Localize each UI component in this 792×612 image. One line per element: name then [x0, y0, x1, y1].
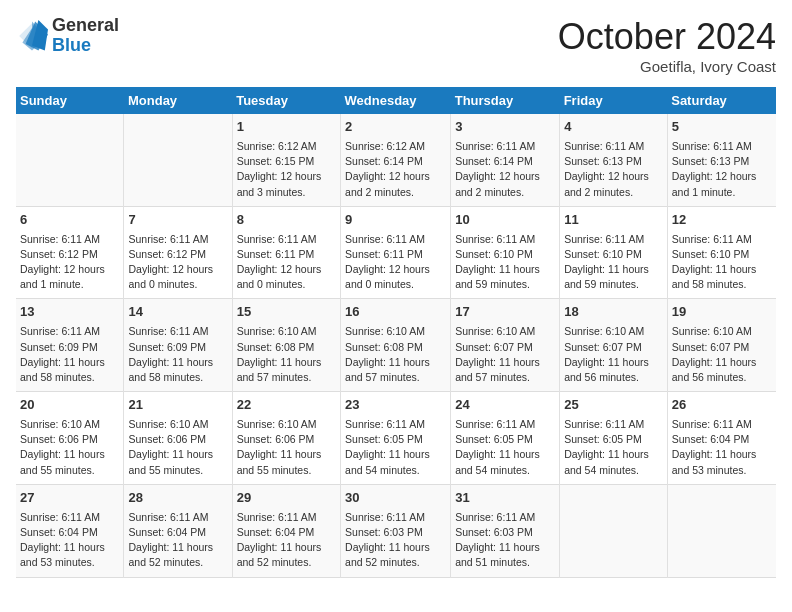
day-number: 29 — [237, 489, 336, 508]
calendar-cell: 9Sunrise: 6:11 AM Sunset: 6:11 PM Daylig… — [341, 206, 451, 299]
cell-info: Sunrise: 6:11 AM Sunset: 6:13 PM Dayligh… — [564, 139, 663, 200]
day-number: 1 — [237, 118, 336, 137]
calendar-cell: 17Sunrise: 6:10 AM Sunset: 6:07 PM Dayli… — [451, 299, 560, 392]
column-header-saturday: Saturday — [667, 87, 776, 114]
day-number: 8 — [237, 211, 336, 230]
column-header-sunday: Sunday — [16, 87, 124, 114]
calendar-cell: 18Sunrise: 6:10 AM Sunset: 6:07 PM Dayli… — [560, 299, 668, 392]
logo-general: General — [52, 15, 119, 35]
week-row-3: 13Sunrise: 6:11 AM Sunset: 6:09 PM Dayli… — [16, 299, 776, 392]
calendar-cell — [560, 484, 668, 577]
cell-info: Sunrise: 6:12 AM Sunset: 6:14 PM Dayligh… — [345, 139, 446, 200]
cell-info: Sunrise: 6:10 AM Sunset: 6:06 PM Dayligh… — [20, 417, 119, 478]
day-number: 26 — [672, 396, 772, 415]
day-number: 9 — [345, 211, 446, 230]
day-number: 28 — [128, 489, 227, 508]
calendar-cell: 14Sunrise: 6:11 AM Sunset: 6:09 PM Dayli… — [124, 299, 232, 392]
cell-info: Sunrise: 6:10 AM Sunset: 6:07 PM Dayligh… — [455, 324, 555, 385]
calendar-cell: 16Sunrise: 6:10 AM Sunset: 6:08 PM Dayli… — [341, 299, 451, 392]
cell-info: Sunrise: 6:11 AM Sunset: 6:05 PM Dayligh… — [345, 417, 446, 478]
cell-info: Sunrise: 6:10 AM Sunset: 6:08 PM Dayligh… — [237, 324, 336, 385]
column-header-thursday: Thursday — [451, 87, 560, 114]
logo: General Blue — [16, 16, 119, 56]
calendar-cell: 5Sunrise: 6:11 AM Sunset: 6:13 PM Daylig… — [667, 114, 776, 206]
calendar-cell: 3Sunrise: 6:11 AM Sunset: 6:14 PM Daylig… — [451, 114, 560, 206]
day-number: 30 — [345, 489, 446, 508]
cell-info: Sunrise: 6:11 AM Sunset: 6:05 PM Dayligh… — [564, 417, 663, 478]
day-number: 25 — [564, 396, 663, 415]
day-number: 24 — [455, 396, 555, 415]
month-title: October 2024 — [558, 16, 776, 58]
day-number: 7 — [128, 211, 227, 230]
cell-info: Sunrise: 6:11 AM Sunset: 6:12 PM Dayligh… — [128, 232, 227, 293]
calendar-cell — [124, 114, 232, 206]
day-number: 11 — [564, 211, 663, 230]
cell-info: Sunrise: 6:11 AM Sunset: 6:10 PM Dayligh… — [455, 232, 555, 293]
calendar-cell: 11Sunrise: 6:11 AM Sunset: 6:10 PM Dayli… — [560, 206, 668, 299]
cell-info: Sunrise: 6:11 AM Sunset: 6:03 PM Dayligh… — [345, 510, 446, 571]
column-header-tuesday: Tuesday — [232, 87, 340, 114]
cell-info: Sunrise: 6:10 AM Sunset: 6:08 PM Dayligh… — [345, 324, 446, 385]
day-number: 6 — [20, 211, 119, 230]
cell-info: Sunrise: 6:11 AM Sunset: 6:11 PM Dayligh… — [237, 232, 336, 293]
calendar-cell: 29Sunrise: 6:11 AM Sunset: 6:04 PM Dayli… — [232, 484, 340, 577]
day-number: 14 — [128, 303, 227, 322]
calendar-cell — [667, 484, 776, 577]
calendar-cell: 31Sunrise: 6:11 AM Sunset: 6:03 PM Dayli… — [451, 484, 560, 577]
week-row-4: 20Sunrise: 6:10 AM Sunset: 6:06 PM Dayli… — [16, 392, 776, 485]
day-number: 18 — [564, 303, 663, 322]
day-number: 10 — [455, 211, 555, 230]
calendar-cell: 25Sunrise: 6:11 AM Sunset: 6:05 PM Dayli… — [560, 392, 668, 485]
day-number: 27 — [20, 489, 119, 508]
cell-info: Sunrise: 6:10 AM Sunset: 6:07 PM Dayligh… — [672, 324, 772, 385]
cell-info: Sunrise: 6:11 AM Sunset: 6:04 PM Dayligh… — [20, 510, 119, 571]
calendar-cell: 8Sunrise: 6:11 AM Sunset: 6:11 PM Daylig… — [232, 206, 340, 299]
calendar-cell: 24Sunrise: 6:11 AM Sunset: 6:05 PM Dayli… — [451, 392, 560, 485]
calendar-cell: 1Sunrise: 6:12 AM Sunset: 6:15 PM Daylig… — [232, 114, 340, 206]
week-row-2: 6Sunrise: 6:11 AM Sunset: 6:12 PM Daylig… — [16, 206, 776, 299]
title-block: October 2024 Goetifla, Ivory Coast — [558, 16, 776, 75]
calendar-cell: 10Sunrise: 6:11 AM Sunset: 6:10 PM Dayli… — [451, 206, 560, 299]
day-number: 22 — [237, 396, 336, 415]
logo-blue: Blue — [52, 35, 91, 55]
day-number: 19 — [672, 303, 772, 322]
calendar-body: 1Sunrise: 6:12 AM Sunset: 6:15 PM Daylig… — [16, 114, 776, 577]
cell-info: Sunrise: 6:10 AM Sunset: 6:06 PM Dayligh… — [237, 417, 336, 478]
day-number: 31 — [455, 489, 555, 508]
calendar-cell: 26Sunrise: 6:11 AM Sunset: 6:04 PM Dayli… — [667, 392, 776, 485]
column-header-monday: Monday — [124, 87, 232, 114]
calendar-cell: 19Sunrise: 6:10 AM Sunset: 6:07 PM Dayli… — [667, 299, 776, 392]
column-header-friday: Friday — [560, 87, 668, 114]
calendar-cell: 28Sunrise: 6:11 AM Sunset: 6:04 PM Dayli… — [124, 484, 232, 577]
day-number: 3 — [455, 118, 555, 137]
cell-info: Sunrise: 6:11 AM Sunset: 6:13 PM Dayligh… — [672, 139, 772, 200]
week-row-1: 1Sunrise: 6:12 AM Sunset: 6:15 PM Daylig… — [16, 114, 776, 206]
calendar-cell: 7Sunrise: 6:11 AM Sunset: 6:12 PM Daylig… — [124, 206, 232, 299]
calendar-header: SundayMondayTuesdayWednesdayThursdayFrid… — [16, 87, 776, 114]
cell-info: Sunrise: 6:11 AM Sunset: 6:12 PM Dayligh… — [20, 232, 119, 293]
location: Goetifla, Ivory Coast — [558, 58, 776, 75]
cell-info: Sunrise: 6:11 AM Sunset: 6:10 PM Dayligh… — [564, 232, 663, 293]
logo-text: General Blue — [52, 16, 119, 56]
cell-info: Sunrise: 6:10 AM Sunset: 6:06 PM Dayligh… — [128, 417, 227, 478]
cell-info: Sunrise: 6:10 AM Sunset: 6:07 PM Dayligh… — [564, 324, 663, 385]
cell-info: Sunrise: 6:11 AM Sunset: 6:14 PM Dayligh… — [455, 139, 555, 200]
day-number: 2 — [345, 118, 446, 137]
cell-info: Sunrise: 6:12 AM Sunset: 6:15 PM Dayligh… — [237, 139, 336, 200]
day-number: 21 — [128, 396, 227, 415]
calendar-cell: 4Sunrise: 6:11 AM Sunset: 6:13 PM Daylig… — [560, 114, 668, 206]
calendar-cell: 15Sunrise: 6:10 AM Sunset: 6:08 PM Dayli… — [232, 299, 340, 392]
cell-info: Sunrise: 6:11 AM Sunset: 6:04 PM Dayligh… — [672, 417, 772, 478]
cell-info: Sunrise: 6:11 AM Sunset: 6:04 PM Dayligh… — [128, 510, 227, 571]
calendar-cell: 23Sunrise: 6:11 AM Sunset: 6:05 PM Dayli… — [341, 392, 451, 485]
calendar-cell: 12Sunrise: 6:11 AM Sunset: 6:10 PM Dayli… — [667, 206, 776, 299]
calendar-table: SundayMondayTuesdayWednesdayThursdayFrid… — [16, 87, 776, 578]
calendar-cell — [16, 114, 124, 206]
page-header: General Blue October 2024 Goetifla, Ivor… — [16, 16, 776, 75]
calendar-cell: 21Sunrise: 6:10 AM Sunset: 6:06 PM Dayli… — [124, 392, 232, 485]
cell-info: Sunrise: 6:11 AM Sunset: 6:11 PM Dayligh… — [345, 232, 446, 293]
day-number: 12 — [672, 211, 772, 230]
calendar-cell: 6Sunrise: 6:11 AM Sunset: 6:12 PM Daylig… — [16, 206, 124, 299]
day-number: 23 — [345, 396, 446, 415]
day-number: 5 — [672, 118, 772, 137]
